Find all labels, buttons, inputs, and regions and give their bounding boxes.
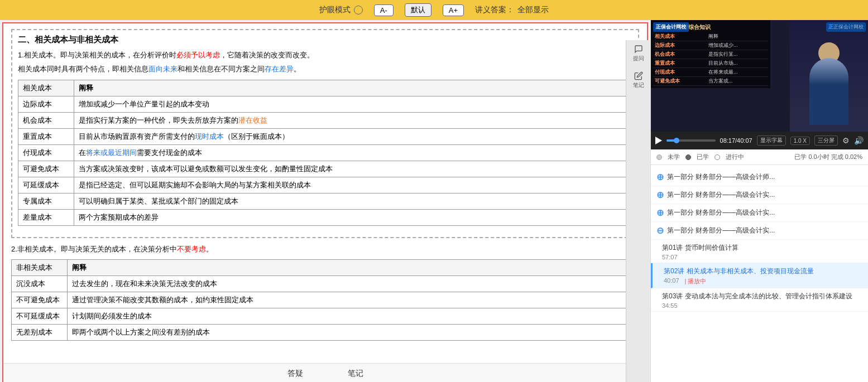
eye-mode-label: 护眼模式	[319, 5, 351, 15]
show-all-label[interactable]: 全部显示	[517, 5, 549, 15]
expand-icon-2: ⊕	[656, 190, 664, 200]
completed-post: 完成 0.02%	[831, 153, 862, 160]
instructor-figure	[807, 42, 851, 132]
eye-mode-circle[interactable]	[354, 6, 363, 14]
section-title: 二、相关成本与非相关成本	[18, 35, 632, 45]
cost-name: 付现成本	[18, 144, 74, 161]
ask-label: 提问	[633, 55, 644, 62]
course-item-01[interactable]: 第01讲 货币时间价值计算 57:07	[651, 240, 868, 263]
cost-name: 机会成本	[18, 112, 74, 128]
play-button[interactable]	[655, 137, 662, 144]
course-item-03[interactable]: 第03讲 变动成本法与完全成本法的比较、管理会计指引体系建设 34:55	[651, 288, 868, 312]
course-section-1[interactable]: ⊕ 第一部分 财务部分——高级会计师...	[651, 168, 868, 186]
unrelated-intro: 2.非相关成本。即与决策无关的成本，在决策分析中不要考虑。	[11, 244, 639, 255]
right-icons-panel: 提问 笔记	[626, 40, 650, 382]
sub-mid-text: 和相关信息在不同方案之间	[178, 65, 265, 73]
table-row: 不可延缓成本 计划期间必须发生的成本	[12, 308, 639, 325]
course-item-title-02: 第02讲 相关成本与非相关成本、投资项目现金流量	[664, 267, 862, 276]
table-row: 可避免成本 当方案或决策改变时，该成本可以避免或数额可以发生变化，如酌量性固定成…	[18, 161, 632, 177]
course-item-meta-01: 57:07	[662, 254, 862, 260]
course-item-title-01: 第01讲 货币时间价值计算	[662, 243, 862, 253]
cost-desc: 即两个或两个以上方案之间没有差别的成本	[68, 325, 639, 341]
unrelated-cost-table: 非相关成本 阐释 沉没成本 过去发生的，现在和未来决策无法改变的成本 不可避免成…	[11, 259, 639, 341]
notes-label: 笔记	[633, 81, 644, 89]
in-progress-label: 进行中	[726, 153, 744, 161]
course-item-02[interactable]: 第02讲 相关成本与非相关成本、投资项目现金流量 40:07 | 播放中	[651, 263, 868, 288]
cost-name: 边际成本	[18, 96, 74, 112]
section-title-3: 第一部分 财务部分——高级会计实...	[667, 208, 775, 217]
layout-button[interactable]: 三分屏	[814, 136, 838, 146]
cost-desc: 可以明确归属于某类、某批或某个部门的固定成本	[74, 193, 632, 209]
table-row: 付现成本 在将来或最近期间需要支付现金的成本	[18, 144, 632, 161]
video-area: 高级会计务管综合知识 相关成本阐释 边际成本增加或减少... 机会成本是指实行某…	[651, 20, 868, 132]
eye-mode-toggle[interactable]: 护眼模式	[319, 5, 363, 15]
course-section-4[interactable]: ⊖ 第一部分 财务部分——高级会计实...	[651, 222, 868, 240]
collapse-icon-4: ⊖	[656, 225, 664, 236]
section-title-1: 第一部分 财务部分——高级会计师...	[667, 172, 775, 182]
ask-button[interactable]: 提问	[630, 45, 648, 62]
instructor-area	[790, 20, 868, 132]
subtitle-button[interactable]: 显示字幕	[757, 136, 786, 146]
font-large-button[interactable]: A+	[443, 4, 464, 16]
tab-notes[interactable]: 笔记	[342, 366, 369, 381]
course-section-2[interactable]: ⊕ 第一部分 财务部分——高级会计实...	[651, 186, 868, 204]
table-row: 可延缓成本 是指已经选定、但可以延期实施却不会影响大局的与某方案相关联的成本	[18, 177, 632, 193]
content-scroll[interactable]: 二、相关成本与非相关成本 1.相关成本。即与决策相关的成本，在分析评价时必须予以…	[3, 23, 647, 363]
course-item-meta-02: 40:07 | 播放中	[664, 277, 862, 286]
related-mid-text: ，它随着决策的改变而改变。	[220, 51, 314, 59]
lecture-answer-section: 讲义答案： 全部显示	[475, 5, 549, 15]
cost-name: 不可延缓成本	[12, 308, 68, 325]
table-row: 不可避免成本 通过管理决策不能改变其数额的成本，如约束性固定成本	[12, 292, 639, 308]
cost-name: 沉没成本	[12, 276, 68, 292]
related-must-text: 必须予以考虑	[176, 51, 220, 59]
cost-name: 重置成本	[18, 128, 74, 144]
expand-icon-3: ⊕	[656, 207, 664, 218]
lecture-answer-label: 讲义答案：	[475, 5, 514, 15]
sub-intro-text: 相关成本同时具有两个特点，即相关信息	[18, 65, 148, 73]
cost-desc: 过去发生的，现在和未来决策无法改变的成本	[68, 276, 639, 292]
cost-name: 专属成本	[18, 193, 74, 209]
progress-bar[interactable]	[666, 139, 716, 142]
notes-button[interactable]: 笔记	[630, 71, 648, 89]
cost-desc: 计划期间必须发生的成本	[68, 308, 639, 325]
table2-header-col2: 阐释	[68, 260, 639, 276]
main-layout: 二、相关成本与非相关成本 1.相关成本。即与决策相关的成本，在分析评价时必须予以…	[0, 20, 868, 382]
course-item-title-03: 第03讲 变动成本法与完全成本法的比较、管理会计指引体系建设	[662, 292, 862, 301]
video-watermark: 正正保会计网校	[826, 22, 866, 32]
course-list[interactable]: ⊕ 第一部分 财务部分——高级会计师... ⊕ 第一部分 财务部分——高级会计实…	[651, 165, 868, 382]
settings-icon[interactable]: ⚙	[842, 136, 850, 145]
table-row: 无差别成本 即两个或两个以上方案之间没有差别的成本	[12, 325, 639, 341]
table1-header-col1: 相关成本	[18, 80, 74, 96]
tab-qa[interactable]: 答疑	[282, 366, 309, 381]
time-display: 08:17/40:07	[720, 137, 752, 144]
section-header-4[interactable]: ⊖ 第一部分 财务部分——高级会计实...	[656, 225, 862, 236]
right-panel: 高级会计务管综合知识 相关成本阐释 边际成本增加或减少... 机会成本是指实行某…	[650, 20, 868, 382]
logo-badge: 正保会计网校	[653, 22, 689, 32]
top-bar: 护眼模式 A- 默认 A+ 讲义答案： 全部显示	[0, 0, 868, 20]
completed-label: 已学 0.0小时 完成 0.02%	[794, 153, 862, 161]
cost-desc: 增加或减少一个单位产量引起的成本变动	[74, 96, 632, 112]
speed-button[interactable]: 1.0 X	[790, 137, 810, 145]
section-header-1[interactable]: ⊕ 第一部分 财务部分——高级会计师...	[656, 172, 862, 182]
not-learned-label: 未学	[668, 153, 680, 161]
section-title-2: 第一部分 财务部分——高级会计实...	[667, 190, 775, 200]
table-row: 机会成本 是指实行某方案的一种代价，即失去所放弃方案的潜在收益	[18, 112, 632, 128]
font-default-button[interactable]: 默认	[405, 3, 431, 17]
related-cost-table: 相关成本 阐释 边际成本 增加或减少一个单位产量引起的成本变动 机会成本 是指实…	[18, 80, 632, 226]
table-row: 沉没成本 过去发生的，现在和未来决策无法改变的成本	[12, 276, 639, 292]
cost-desc: 当方案或决策改变时，该成本可以避免或数额可以发生变化，如酌量性固定成本	[74, 161, 632, 177]
course-duration-03: 34:55	[662, 302, 678, 309]
playing-badge-02: | 播放中	[685, 277, 707, 286]
volume-icon[interactable]: 🔊	[854, 136, 864, 145]
not-learned-dot	[656, 154, 662, 160]
related-intro-text: 1.相关成本。即与决策相关的成本，在分析评价时	[18, 51, 176, 59]
section-header-3[interactable]: ⊕ 第一部分 财务部分——高级会计实...	[656, 207, 862, 218]
section-header-2[interactable]: ⊕ 第一部分 财务部分——高级会计实...	[656, 190, 862, 200]
learned-label: 已学	[697, 153, 709, 161]
course-section-3[interactable]: ⊕ 第一部分 财务部分——高级会计实...	[651, 204, 868, 222]
in-progress-dot	[714, 154, 720, 160]
cost-desc: 是指实行某方案的一种代价，即失去所放弃方案的潜在收益	[74, 112, 632, 128]
unrelated-cost-section: 2.非相关成本。即与决策无关的成本，在决策分析中不要考虑。 非相关成本 阐释 沉…	[11, 244, 639, 341]
font-small-button[interactable]: A-	[374, 4, 394, 16]
progress-dot	[674, 138, 679, 143]
